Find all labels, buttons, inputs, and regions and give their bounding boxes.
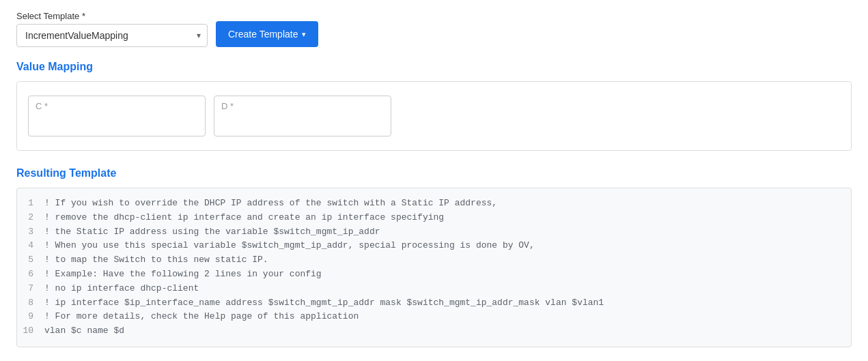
- fields-row: C * D *: [28, 96, 840, 136]
- line-number: 8: [17, 296, 44, 311]
- line-content: ! When you use this special variable $sw…: [44, 239, 535, 253]
- table-row: 7! no ip interface dhcp-client: [17, 282, 851, 296]
- create-button-label: Create Template: [228, 29, 298, 40]
- line-content: ! remove the dhcp-client ip interface an…: [44, 211, 444, 225]
- table-row: 4! When you use this special variable $s…: [17, 239, 851, 253]
- line-number: 4: [17, 239, 44, 253]
- line-content: ! no ip interface dhcp-client: [44, 282, 199, 296]
- table-row: 5! to map the Switch to this new static …: [17, 253, 851, 268]
- field-c-wrapper: C *: [28, 96, 206, 136]
- value-mapping-title: Value Mapping: [16, 61, 852, 73]
- table-row: 1! If you wish to override the DHCP IP a…: [17, 197, 851, 211]
- value-mapping-section: Value Mapping C * D *: [16, 61, 852, 151]
- line-number: 6: [17, 268, 44, 282]
- line-content: ! If you wish to override the DHCP IP ad…: [44, 197, 497, 211]
- line-number: 1: [17, 197, 44, 211]
- table-row: 9! For more details, check the Help page…: [17, 310, 851, 324]
- line-content: ! the Static IP address using the variab…: [44, 225, 380, 240]
- select-template-label: Select Template *: [16, 11, 208, 21]
- top-row: Select Template * IncrementValueMapping …: [16, 11, 852, 47]
- resulting-template-title: Resulting Template: [16, 167, 852, 179]
- line-content: ! Example: Have the following 2 lines in…: [44, 268, 322, 282]
- create-button-chevron-icon: ▾: [302, 30, 306, 39]
- create-template-button[interactable]: Create Template ▾: [216, 21, 318, 47]
- template-select[interactable]: IncrementValueMapping: [16, 24, 208, 47]
- line-content: ! to map the Switch to this new static I…: [44, 253, 268, 268]
- table-row: 2! remove the dhcp-client ip interface a…: [17, 211, 851, 225]
- line-number: 5: [17, 253, 44, 268]
- resulting-template-section: Resulting Template 1! If you wish to ove…: [16, 167, 852, 347]
- code-block: 1! If you wish to override the DHCP IP a…: [16, 188, 852, 347]
- table-row: 10vlan $c name $d: [17, 324, 851, 338]
- line-number: 3: [17, 225, 44, 240]
- field-d-wrapper: D *: [214, 96, 391, 136]
- value-mapping-container: C * D *: [16, 81, 852, 151]
- line-content: vlan $c name $d: [44, 324, 124, 338]
- line-number: 2: [17, 211, 44, 225]
- select-group: Select Template * IncrementValueMapping …: [16, 11, 208, 47]
- line-content: ! For more details, check the Help page …: [44, 310, 359, 324]
- table-row: 8! ip interface $ip_interface_name addre…: [17, 296, 851, 311]
- line-number: 9: [17, 310, 44, 324]
- line-number: 7: [17, 282, 44, 296]
- line-content: ! ip interface $ip_interface_name addres…: [44, 296, 604, 311]
- select-wrapper: IncrementValueMapping ▾: [16, 24, 208, 47]
- page-container: Select Template * IncrementValueMapping …: [0, 0, 868, 358]
- table-row: 3! the Static IP address using the varia…: [17, 225, 851, 240]
- line-number: 10: [17, 324, 44, 338]
- table-row: 6! Example: Have the following 2 lines i…: [17, 268, 851, 282]
